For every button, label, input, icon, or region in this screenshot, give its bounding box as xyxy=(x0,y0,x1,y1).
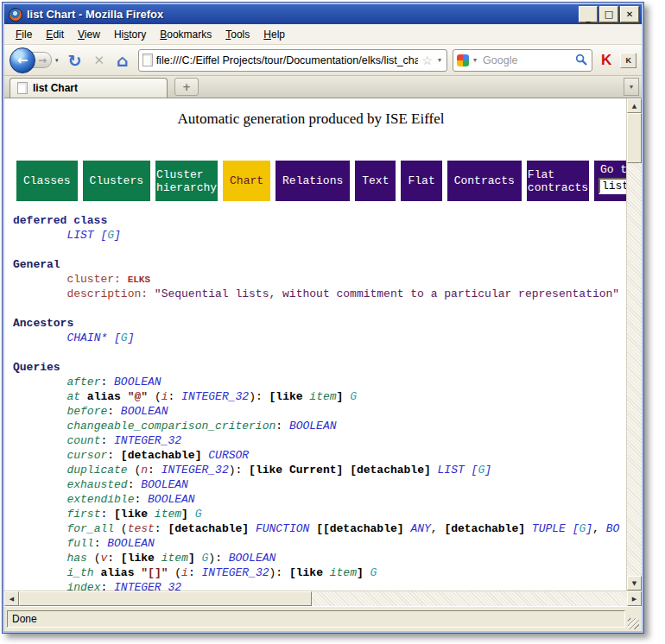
code-segment: [like xyxy=(269,390,310,403)
class-link[interactable]: TUPLE xyxy=(532,522,566,535)
nav-button-contracts[interactable]: Contracts xyxy=(447,161,522,201)
page-favicon-icon[interactable] xyxy=(142,54,153,66)
code-segment: "@" xyxy=(128,390,148,403)
nav-button-relations[interactable]: Relations xyxy=(276,161,350,201)
menu-file[interactable]: File xyxy=(9,26,39,43)
class-link[interactable]: CHAIN* xyxy=(66,331,107,344)
minimize-button[interactable]: _ xyxy=(579,6,598,22)
back-button[interactable]: ← xyxy=(10,47,35,73)
search-magnifier-icon[interactable] xyxy=(575,54,588,66)
class-link[interactable]: CURSOR xyxy=(208,449,249,462)
kaspersky-keyboard-button[interactable]: K xyxy=(620,53,636,68)
class-link[interactable]: [ xyxy=(114,331,121,344)
menu-edit[interactable]: Edit xyxy=(39,26,71,43)
class-link[interactable]: ] xyxy=(586,522,592,535)
list-all-tabs-button[interactable]: ▾ xyxy=(624,78,639,96)
bookmark-star-icon[interactable]: ☆ xyxy=(421,54,433,67)
menu-bookmarks[interactable]: Bookmarks xyxy=(153,26,218,43)
horizontal-scrollbar[interactable]: ◀ ▶ xyxy=(4,590,642,606)
status-bar: Done xyxy=(4,606,642,631)
reload-button[interactable]: ↻ xyxy=(62,47,88,73)
menu-view[interactable]: View xyxy=(71,26,107,43)
search-input[interactable] xyxy=(481,54,573,67)
resize-grip[interactable] xyxy=(628,618,639,629)
class-link[interactable]: BOOLEAN xyxy=(121,405,168,418)
code-segment: ( xyxy=(148,390,162,403)
code-segment: ] xyxy=(357,566,364,579)
url-bar[interactable]: file:///C:/Eiffel Projects/tour/Document… xyxy=(138,49,447,72)
vertical-scroll-track[interactable] xyxy=(627,163,642,576)
class-link[interactable]: LIST xyxy=(438,464,465,477)
code-segment: ELKS xyxy=(128,275,150,285)
class-link[interactable]: INTEGER_32 xyxy=(114,434,181,447)
code-segment: : xyxy=(148,464,162,477)
class-link[interactable]: BOOLEAN xyxy=(289,420,337,432)
nav-button-chart[interactable]: Chart xyxy=(223,161,270,201)
class-link[interactable]: BOOLEAN xyxy=(114,376,162,388)
code-segment: : xyxy=(100,581,114,590)
url-input[interactable]: file:///C:/Eiffel Projects/tour/Document… xyxy=(156,54,419,66)
menu-tools[interactable]: Tools xyxy=(218,26,256,43)
nav-button-classes[interactable]: Classes xyxy=(16,161,78,201)
code-segment: : xyxy=(168,390,182,403)
close-button[interactable]: ✕ xyxy=(620,6,639,22)
class-link[interactable]: ] xyxy=(114,229,121,242)
search-engine-dropdown[interactable]: ▾ xyxy=(472,56,478,64)
google-logo-icon[interactable] xyxy=(457,54,469,66)
class-link[interactable]: ] xyxy=(484,464,491,477)
class-link[interactable]: BO xyxy=(606,522,620,535)
title-bar[interactable]: list Chart - Mozilla Firefox _ □ ✕ xyxy=(4,4,642,24)
menu-history[interactable]: History xyxy=(107,26,153,43)
goto-input[interactable] xyxy=(598,178,626,194)
nav-button-flat-contracts[interactable]: Flat contracts xyxy=(527,161,589,201)
class-link[interactable]: INTEGER_32 xyxy=(181,390,249,403)
history-dropdown-button[interactable]: ▾ xyxy=(52,57,62,64)
class-link[interactable]: BOOLEAN xyxy=(141,478,188,491)
vertical-scroll-thumb[interactable] xyxy=(627,113,642,163)
firefox-app-icon[interactable] xyxy=(9,8,22,22)
tab-list-chart[interactable]: list Chart xyxy=(10,78,168,98)
nav-button-text[interactable]: Text xyxy=(355,161,396,201)
nav-button-flat[interactable]: Flat xyxy=(401,161,441,201)
document-viewport: Automatic generation produced by ISE Eif… xyxy=(4,98,626,590)
class-link[interactable]: INTEGER_32 xyxy=(114,581,181,590)
kaspersky-toolbar-icon[interactable]: K xyxy=(592,49,617,72)
scroll-up-button[interactable]: ▲ xyxy=(627,98,642,113)
class-link[interactable]: BOOLEAN xyxy=(148,493,195,506)
home-button[interactable]: ⌂ xyxy=(111,47,135,73)
code-segment: : xyxy=(94,537,108,550)
code-segment xyxy=(13,537,66,550)
code-segment: ): xyxy=(229,464,249,477)
class-link[interactable]: ] xyxy=(128,331,135,344)
scroll-left-button[interactable]: ◀ xyxy=(4,591,19,606)
code-segment: G xyxy=(107,229,114,242)
class-link[interactable]: FUNCTION xyxy=(256,522,309,535)
nav-button-cluster-hierarchy[interactable]: Cluster hierarchy xyxy=(155,161,218,201)
code-segment xyxy=(13,434,66,447)
menubar: FileEditViewHistoryBookmarksToolsHelp xyxy=(4,24,642,45)
class-link[interactable]: INTEGER_32 xyxy=(202,566,269,579)
code-segment: item xyxy=(155,508,181,521)
code-segment: alias xyxy=(100,566,134,579)
class-link[interactable]: LIST xyxy=(66,229,93,242)
maximize-button[interactable]: □ xyxy=(599,6,618,22)
search-box[interactable]: ▾ xyxy=(453,49,592,72)
vertical-scrollbar[interactable]: ▲ ▼ xyxy=(626,98,642,590)
code-line: first: [like item] G xyxy=(13,507,626,521)
code-line xyxy=(13,301,626,316)
stop-button[interactable]: ✕ xyxy=(87,47,111,73)
class-link[interactable]: INTEGER_32 xyxy=(162,464,229,477)
url-dropdown-button[interactable]: ▾ xyxy=(436,56,443,64)
new-tab-button[interactable]: + xyxy=(174,78,199,96)
scroll-down-button[interactable]: ▼ xyxy=(627,576,642,590)
horizontal-scroll-thumb[interactable] xyxy=(19,591,312,606)
scroll-right-button[interactable]: ▶ xyxy=(627,591,642,606)
class-link[interactable]: BOOLEAN xyxy=(107,537,155,550)
nav-button-clusters[interactable]: Clusters xyxy=(83,161,150,201)
horizontal-scroll-track[interactable] xyxy=(312,591,627,606)
class-link[interactable]: ANY xyxy=(410,522,430,535)
menu-help[interactable]: Help xyxy=(256,26,292,43)
class-link[interactable]: BOOLEAN xyxy=(229,552,276,565)
code-segment xyxy=(13,229,66,242)
code-segment: changeable_comparison_criterion xyxy=(66,420,276,432)
